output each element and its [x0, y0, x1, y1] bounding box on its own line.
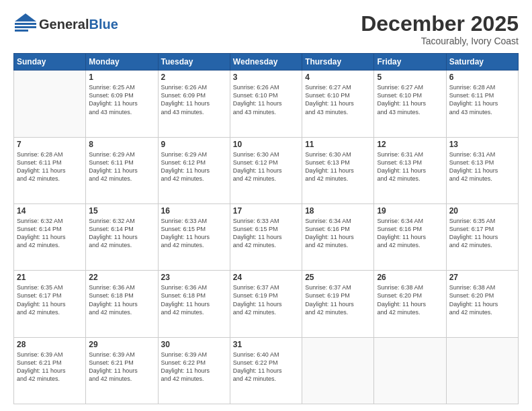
day-info: Sunrise: 6:33 AM Sunset: 6:15 PM Dayligh…	[233, 217, 299, 250]
table-row: 31Sunrise: 6:40 AM Sunset: 6:22 PM Dayli…	[230, 337, 302, 404]
day-number: 4	[305, 73, 371, 82]
day-number: 13	[449, 140, 515, 149]
col-tuesday: Tuesday	[158, 54, 230, 71]
table-row: 5Sunrise: 6:27 AM Sunset: 6:10 PM Daylig…	[374, 71, 446, 137]
table-row: 23Sunrise: 6:36 AM Sunset: 6:18 PM Dayli…	[158, 271, 230, 337]
day-info: Sunrise: 6:31 AM Sunset: 6:13 PM Dayligh…	[377, 150, 443, 183]
day-number: 21	[17, 273, 83, 282]
day-number: 12	[377, 140, 443, 149]
day-info: Sunrise: 6:39 AM Sunset: 6:21 PM Dayligh…	[89, 351, 154, 383]
day-info: Sunrise: 6:38 AM Sunset: 6:20 PM Dayligh…	[377, 283, 443, 316]
table-row: 30Sunrise: 6:39 AM Sunset: 6:22 PM Dayli…	[158, 337, 230, 404]
day-info: Sunrise: 6:32 AM Sunset: 6:14 PM Dayligh…	[89, 217, 154, 250]
day-number: 11	[305, 140, 371, 149]
day-info: Sunrise: 6:34 AM Sunset: 6:16 PM Dayligh…	[305, 217, 371, 250]
table-row: 29Sunrise: 6:39 AM Sunset: 6:21 PM Dayli…	[86, 337, 158, 404]
svg-rect-1	[15, 23, 36, 25]
col-saturday: Saturday	[446, 54, 518, 71]
table-row: 24Sunrise: 6:37 AM Sunset: 6:19 PM Dayli…	[230, 271, 302, 337]
table-row: 17Sunrise: 6:33 AM Sunset: 6:15 PM Dayli…	[230, 203, 302, 270]
table-row	[374, 337, 446, 404]
location: Tacourably, Ivory Coast	[361, 36, 519, 46]
day-info: Sunrise: 6:36 AM Sunset: 6:18 PM Dayligh…	[161, 283, 227, 316]
day-number: 9	[161, 140, 227, 149]
day-number: 23	[161, 273, 227, 282]
day-number: 29	[89, 340, 154, 349]
day-info: Sunrise: 6:36 AM Sunset: 6:18 PM Dayligh…	[89, 283, 154, 316]
table-row: 12Sunrise: 6:31 AM Sunset: 6:13 PM Dayli…	[374, 137, 446, 203]
logo: GeneralBlue	[13, 12, 118, 36]
day-number: 8	[89, 140, 154, 149]
day-info: Sunrise: 6:37 AM Sunset: 6:19 PM Dayligh…	[305, 283, 371, 316]
calendar-header-row: Sunday Monday Tuesday Wednesday Thursday…	[14, 54, 519, 71]
day-info: Sunrise: 6:38 AM Sunset: 6:20 PM Dayligh…	[449, 283, 515, 316]
table-row: 6Sunrise: 6:28 AM Sunset: 6:11 PM Daylig…	[446, 71, 518, 137]
table-row: 15Sunrise: 6:32 AM Sunset: 6:14 PM Dayli…	[86, 203, 158, 270]
table-row: 11Sunrise: 6:30 AM Sunset: 6:13 PM Dayli…	[302, 137, 374, 203]
logo-blue: Blue	[89, 17, 118, 32]
calendar-week-row: 28Sunrise: 6:39 AM Sunset: 6:21 PM Dayli…	[14, 337, 519, 404]
day-number: 17	[233, 206, 299, 216]
day-info: Sunrise: 6:27 AM Sunset: 6:10 PM Dayligh…	[305, 83, 371, 116]
day-number: 19	[377, 206, 443, 216]
calendar-week-row: 21Sunrise: 6:35 AM Sunset: 6:17 PM Dayli…	[14, 271, 519, 337]
day-number: 26	[377, 273, 443, 282]
calendar-week-row: 7Sunrise: 6:28 AM Sunset: 6:11 PM Daylig…	[14, 137, 519, 203]
svg-rect-4	[15, 30, 28, 32]
calendar-week-row: 14Sunrise: 6:32 AM Sunset: 6:14 PM Dayli…	[14, 203, 519, 270]
day-info: Sunrise: 6:30 AM Sunset: 6:12 PM Dayligh…	[233, 150, 299, 183]
table-row: 18Sunrise: 6:34 AM Sunset: 6:16 PM Dayli…	[302, 203, 374, 270]
day-number: 30	[161, 340, 227, 349]
day-number: 24	[233, 273, 299, 282]
header: GeneralBlue December 2025 Tacourably, Iv…	[13, 12, 519, 46]
table-row: 21Sunrise: 6:35 AM Sunset: 6:17 PM Dayli…	[14, 271, 86, 337]
table-row	[446, 337, 518, 404]
day-number: 18	[305, 206, 371, 216]
table-row: 4Sunrise: 6:27 AM Sunset: 6:10 PM Daylig…	[302, 71, 374, 137]
day-number: 7	[17, 140, 83, 149]
page: GeneralBlue December 2025 Tacourably, Iv…	[0, 0, 532, 411]
table-row: 2Sunrise: 6:26 AM Sunset: 6:09 PM Daylig…	[158, 71, 230, 137]
table-row: 7Sunrise: 6:28 AM Sunset: 6:11 PM Daylig…	[14, 137, 86, 203]
table-row: 3Sunrise: 6:26 AM Sunset: 6:10 PM Daylig…	[230, 71, 302, 137]
logo-icon	[13, 12, 38, 36]
day-number: 5	[377, 73, 443, 82]
col-monday: Monday	[86, 54, 158, 71]
table-row: 19Sunrise: 6:34 AM Sunset: 6:16 PM Dayli…	[374, 203, 446, 270]
day-number: 22	[89, 273, 154, 282]
table-row: 9Sunrise: 6:29 AM Sunset: 6:12 PM Daylig…	[158, 137, 230, 203]
day-info: Sunrise: 6:29 AM Sunset: 6:11 PM Dayligh…	[89, 150, 154, 183]
table-row: 28Sunrise: 6:39 AM Sunset: 6:21 PM Dayli…	[14, 337, 86, 404]
table-row: 1Sunrise: 6:25 AM Sunset: 6:09 PM Daylig…	[86, 71, 158, 137]
table-row: 26Sunrise: 6:38 AM Sunset: 6:20 PM Dayli…	[374, 271, 446, 337]
col-wednesday: Wednesday	[230, 54, 302, 71]
day-info: Sunrise: 6:26 AM Sunset: 6:10 PM Dayligh…	[233, 83, 299, 116]
day-info: Sunrise: 6:25 AM Sunset: 6:09 PM Dayligh…	[89, 83, 154, 116]
table-row: 16Sunrise: 6:33 AM Sunset: 6:15 PM Dayli…	[158, 203, 230, 270]
day-number: 15	[89, 206, 154, 216]
day-info: Sunrise: 6:26 AM Sunset: 6:09 PM Dayligh…	[161, 83, 227, 116]
day-info: Sunrise: 6:32 AM Sunset: 6:14 PM Dayligh…	[17, 217, 83, 250]
table-row: 10Sunrise: 6:30 AM Sunset: 6:12 PM Dayli…	[230, 137, 302, 203]
day-number: 1	[89, 73, 154, 82]
table-row: 20Sunrise: 6:35 AM Sunset: 6:17 PM Dayli…	[446, 203, 518, 270]
day-info: Sunrise: 6:39 AM Sunset: 6:22 PM Dayligh…	[161, 351, 227, 383]
day-info: Sunrise: 6:33 AM Sunset: 6:15 PM Dayligh…	[161, 217, 227, 250]
col-sunday: Sunday	[14, 54, 86, 71]
table-row: 22Sunrise: 6:36 AM Sunset: 6:18 PM Dayli…	[86, 271, 158, 337]
day-info: Sunrise: 6:29 AM Sunset: 6:12 PM Dayligh…	[161, 150, 227, 183]
month-title: December 2025	[361, 12, 519, 36]
logo-general: General	[39, 17, 89, 32]
calendar-week-row: 1Sunrise: 6:25 AM Sunset: 6:09 PM Daylig…	[14, 71, 519, 137]
table-row: 14Sunrise: 6:32 AM Sunset: 6:14 PM Dayli…	[14, 203, 86, 270]
day-info: Sunrise: 6:30 AM Sunset: 6:13 PM Dayligh…	[305, 150, 371, 183]
day-info: Sunrise: 6:37 AM Sunset: 6:19 PM Dayligh…	[233, 283, 299, 316]
table-row: 8Sunrise: 6:29 AM Sunset: 6:11 PM Daylig…	[86, 137, 158, 203]
day-number: 25	[305, 273, 371, 282]
table-row: 27Sunrise: 6:38 AM Sunset: 6:20 PM Dayli…	[446, 271, 518, 337]
day-info: Sunrise: 6:28 AM Sunset: 6:11 PM Dayligh…	[17, 150, 83, 183]
day-number: 14	[17, 206, 83, 216]
table-row	[302, 337, 374, 404]
day-number: 6	[449, 73, 515, 82]
day-number: 16	[161, 206, 227, 216]
